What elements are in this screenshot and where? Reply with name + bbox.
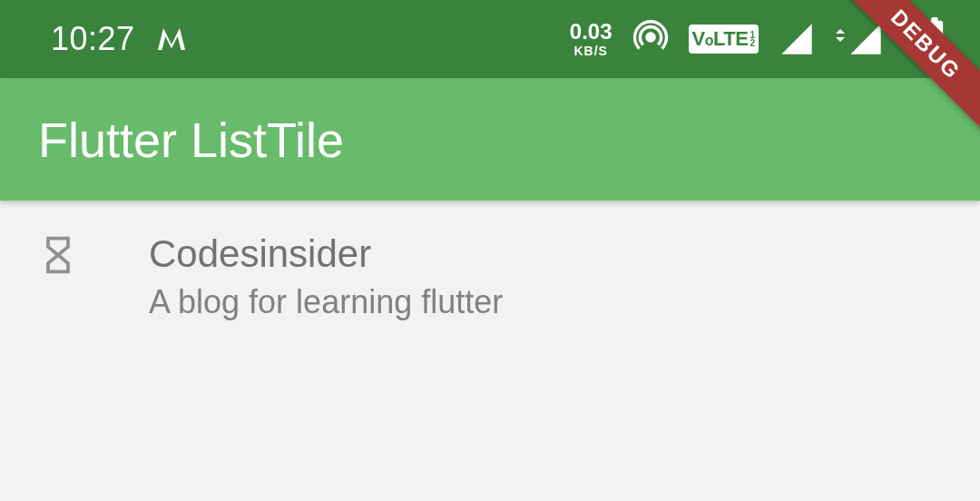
app-bar: Flutter ListTile: [0, 78, 980, 201]
m-logo-icon: [155, 23, 188, 55]
svg-point-0: [646, 34, 653, 41]
hourglass-icon: [38, 230, 78, 275]
svg-rect-2: [931, 17, 937, 22]
list-tile[interactable]: Codesinsider A blog for learning flutter: [0, 230, 980, 325]
hotspot-icon: [632, 19, 669, 59]
status-left: 10:27: [51, 20, 188, 58]
status-time: 10:27: [51, 20, 135, 58]
content-area: Codesinsider A blog for learning flutter: [0, 201, 980, 325]
volte-sim-indicator: 12: [750, 31, 755, 47]
list-tile-title: Codesinsider: [149, 230, 503, 280]
status-bar: 10:27 0.03 KB/S VoLTE 12: [0, 0, 980, 78]
list-tile-texts: Codesinsider A blog for learning flutter: [149, 230, 503, 325]
data-speed-value: 0.03: [570, 21, 612, 43]
signal-1-icon: [779, 21, 815, 57]
data-speed-unit: KB/S: [573, 44, 607, 57]
list-tile-subtitle: A blog for learning flutter: [149, 280, 503, 325]
app-bar-title: Flutter ListTile: [38, 112, 344, 168]
volte-badge: VoLTE 12: [689, 25, 759, 54]
volte-text: VoLTE: [692, 27, 749, 51]
data-speed-indicator: 0.03 KB/S: [570, 21, 612, 57]
